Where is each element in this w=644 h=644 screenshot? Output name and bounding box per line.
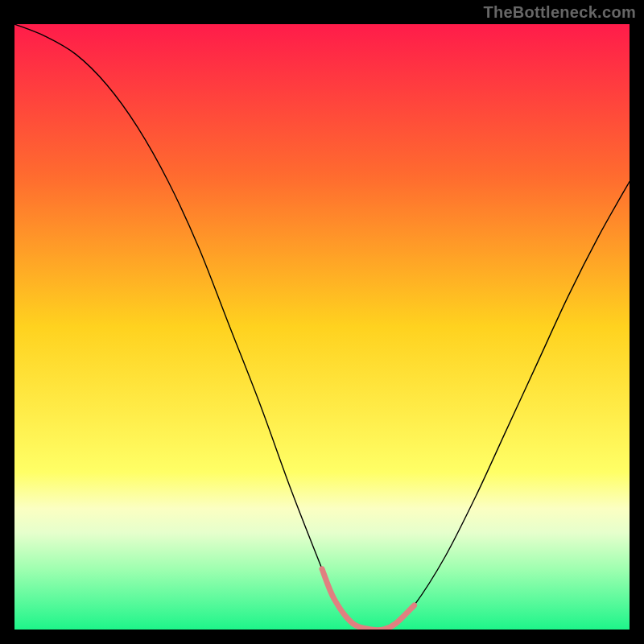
chart-stage: TheBottleneck.com xyxy=(0,0,644,644)
chart-background xyxy=(14,24,630,630)
watermark-text: TheBottleneck.com xyxy=(483,3,636,22)
chart-svg xyxy=(14,24,630,630)
chart-plot xyxy=(14,24,630,630)
